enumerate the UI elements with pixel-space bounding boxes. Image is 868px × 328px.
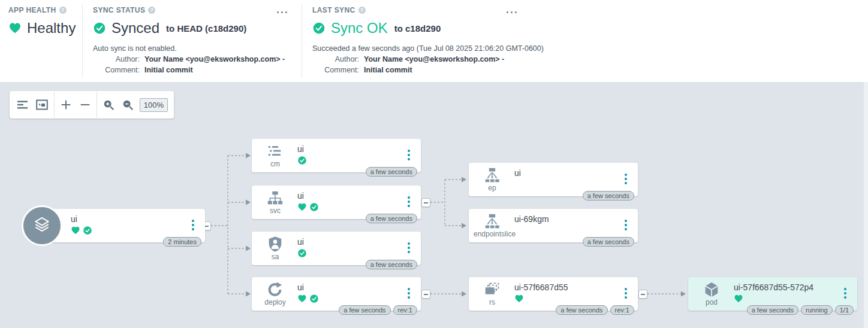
node-endpoints-ui[interactable]: ep ui a few seconds	[469, 163, 638, 196]
node-menu-button[interactable]	[404, 196, 414, 209]
age-badge: a few seconds	[747, 305, 798, 315]
healthy-icon	[297, 294, 307, 303]
minus-icon	[79, 98, 92, 111]
sync-ok-icon	[312, 22, 326, 35]
node-menu-button[interactable]	[404, 287, 414, 300]
magnifier-minus-icon	[121, 98, 134, 111]
deployment-icon	[266, 281, 284, 299]
endpoints-icon	[483, 166, 501, 184]
author-value: Your Name <you@eksworkshop.com> -	[144, 55, 285, 63]
resource-kind: rs	[474, 298, 511, 306]
fit-to-screen-button[interactable]	[35, 96, 50, 114]
app-health-section: APP HEALTH Healthy	[8, 6, 76, 37]
collapse-button[interactable]	[421, 198, 430, 207]
zoom-level-input[interactable]: 100%	[140, 98, 168, 112]
node-menu-button[interactable]	[840, 287, 850, 300]
resource-kind: pod	[693, 298, 730, 306]
synced-icon	[93, 22, 106, 35]
help-icon[interactable]	[59, 7, 67, 14]
synced-icon	[297, 248, 307, 258]
comment-label: Comment:	[312, 66, 359, 74]
node-menu-button[interactable]	[621, 219, 631, 232]
help-icon[interactable]	[358, 7, 366, 14]
zoom-in-button[interactable]	[59, 96, 74, 114]
sync-revision: to HEAD (c18d290)	[166, 23, 246, 34]
pod-icon	[703, 281, 721, 299]
layout-list-button[interactable]	[16, 96, 31, 114]
synced-icon	[309, 202, 319, 212]
sync-status-menu-button[interactable]	[276, 8, 289, 17]
phase-badge: running	[801, 305, 833, 315]
collapse-button[interactable]	[638, 290, 647, 299]
collapse-button[interactable]	[421, 290, 430, 299]
age-badge: a few seconds	[583, 237, 634, 247]
list-layout-icon	[16, 98, 30, 112]
resource-kind: ep	[474, 184, 511, 192]
resource-kind: cm	[257, 160, 294, 168]
node-title: ui	[297, 191, 319, 201]
sync-status-section: SYNC STATUS Synced to HEAD (c18d290) Aut…	[93, 6, 285, 74]
sync-status-value: Synced	[111, 20, 159, 37]
healthy-icon	[71, 226, 80, 235]
age-badge: a few seconds	[366, 167, 417, 177]
age-badge: a few seconds	[366, 214, 417, 223]
auto-sync-note: Auto sync is not enabled.	[93, 44, 285, 53]
endpointslice-icon	[483, 212, 501, 230]
ready-badge: 1/1	[835, 305, 854, 315]
vertical-scrollbar[interactable]	[864, 82, 868, 328]
node-pod-ui-57f6687d55-572p4[interactable]: pod ui-57f6687d55-572p4 a few seconds ru…	[688, 277, 857, 311]
age-badge: 2 minutes	[163, 237, 201, 247]
sync-status-label: SYNC STATUS	[93, 6, 145, 14]
node-title: ui	[297, 237, 307, 247]
magnify-in-button[interactable]	[101, 96, 116, 114]
synced-icon	[297, 156, 307, 165]
node-menu-button[interactable]	[621, 287, 631, 300]
node-title: ui	[514, 168, 521, 178]
last-sync-menu-button[interactable]	[505, 8, 519, 17]
magnify-out-button[interactable]	[120, 96, 135, 114]
last-sync-label: LAST SYNC	[312, 6, 355, 14]
section-divider	[82, 5, 83, 78]
section-divider	[302, 5, 302, 78]
age-badge: a few seconds	[556, 305, 607, 315]
toolbar-divider	[54, 92, 55, 118]
comment-value: Initial commit	[144, 66, 193, 74]
zoom-out-button[interactable]	[77, 96, 92, 114]
revision-badge: rev:1	[393, 305, 417, 315]
node-menu-button[interactable]	[404, 149, 414, 162]
node-menu-button[interactable]	[404, 242, 414, 255]
author-label: Author:	[312, 55, 359, 63]
app-status-bar: APP HEALTH Healthy SYNC STATUS Synced to…	[0, 0, 868, 82]
resource-kind: deploy	[257, 298, 294, 306]
service-icon	[266, 189, 284, 207]
configmap-icon	[266, 142, 284, 160]
node-replicaset-ui-57f6687d55[interactable]: rs ui-57f6687d55 a few seconds rev:1	[469, 277, 638, 311]
argocd-application-view: APP HEALTH Healthy SYNC STATUS Synced to…	[0, 0, 868, 328]
healthy-icon	[734, 294, 743, 303]
node-menu-button[interactable]	[188, 219, 198, 232]
plus-icon	[59, 98, 73, 111]
node-title: ui	[297, 144, 307, 154]
app-health-label: APP HEALTH	[8, 6, 56, 14]
node-application-ui[interactable]: ui 2 minutes	[36, 209, 205, 242]
help-icon[interactable]	[148, 7, 155, 14]
replicaset-icon	[483, 281, 501, 299]
synced-icon	[83, 226, 92, 235]
node-service-ui[interactable]: svc ui a few seconds	[252, 186, 421, 219]
graph-toolbar: 100%	[10, 91, 174, 119]
node-serviceaccount-ui[interactable]: sa ui a few seconds	[252, 232, 421, 265]
node-title: ui-57f6687d55-572p4	[734, 283, 813, 292]
toolbar-divider	[97, 92, 97, 118]
node-configmap-ui[interactable]: cm ui a few seconds	[252, 139, 421, 172]
application-layers-icon	[31, 214, 53, 237]
node-menu-button[interactable]	[621, 173, 631, 186]
node-deployment-ui[interactable]: deploy ui a few seconds rev:1	[252, 277, 421, 311]
node-title: ui-57f6687d55	[514, 283, 568, 292]
node-title: ui	[71, 214, 92, 224]
node-title: ui	[297, 283, 319, 292]
synced-icon	[309, 294, 319, 303]
revision-badge: rev:1	[610, 305, 634, 315]
healthy-icon	[514, 294, 524, 303]
node-endpointslice-ui-69kgm[interactable]: endpointslice ui-69kgm a few seconds	[469, 209, 638, 242]
comment-label: Comment:	[93, 66, 140, 74]
